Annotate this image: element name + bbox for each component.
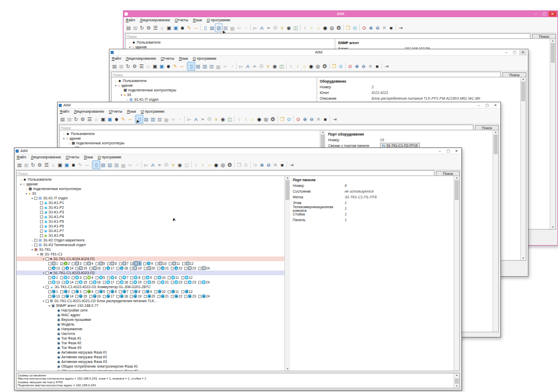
maximize-button[interactable]: ▢ (511, 50, 519, 55)
power-circle-icon[interactable]: ◉ (322, 24, 329, 32)
scroll-down-icon[interactable]: ▼ (521, 256, 526, 260)
eye-icon[interactable]: ⊙ (337, 62, 344, 70)
select-cursor-icon[interactable]: ▻ (252, 24, 258, 32)
port-checkbox[interactable] (103, 267, 106, 270)
port-checkbox[interactable] (72, 276, 75, 279)
tree-row[interactable]: ◉MAC адрес (17, 313, 284, 317)
port-checkbox[interactable] (48, 281, 51, 284)
network-nodes-icon[interactable]: ◫ (183, 161, 190, 169)
select-cursor-icon[interactable]: ▻ (186, 115, 193, 123)
port-checkbox[interactable]: ✓ (60, 262, 63, 265)
port-checkbox[interactable] (157, 281, 160, 284)
clipboard-icon[interactable]: ▧ (222, 24, 229, 32)
edit-pencil-icon[interactable]: ✎ (77, 161, 84, 169)
port-checkbox[interactable] (75, 281, 78, 284)
tree-row[interactable]: ▾❂Э1-ТК1-С1-Ю21-Ю21-О2 Блок распределени… (17, 299, 284, 303)
port-checkbox[interactable] (198, 295, 201, 298)
menu-item[interactable]: О программе (141, 109, 165, 114)
search-alert-icon[interactable]: ⊙ (347, 62, 353, 70)
port-cell[interactable]: 17 (103, 294, 114, 298)
user-icon[interactable]: ☻ (165, 62, 172, 70)
wrench-icon[interactable]: ⋎ (213, 115, 220, 123)
port-cell[interactable]: ✓8 (130, 262, 141, 265)
dark-square-icon[interactable]: ■ (322, 115, 329, 123)
lamp-icon[interactable]: ♀ (193, 161, 199, 169)
tree-row[interactable]: ◉Активная нагрузка Фаза #2 (17, 355, 284, 359)
zoom-in-icon[interactable]: ⊕ (353, 62, 360, 70)
tree-row[interactable]: ◉Ток Фаза #1 (17, 336, 284, 341)
scroll-up-icon[interactable]: ▲ (320, 130, 325, 134)
lamp2-icon[interactable]: ♀ (242, 115, 249, 123)
port-checkbox[interactable] (119, 262, 122, 265)
port-checkbox[interactable] (142, 290, 145, 293)
dark-square-icon[interactable]: ■ (374, 62, 380, 70)
tree-checkbox[interactable] (46, 272, 49, 275)
menu-item[interactable]: Отчеты (109, 109, 123, 114)
expander-icon[interactable]: ▾ (24, 192, 29, 195)
export-home-icon[interactable]: ⌂ (93, 115, 100, 123)
minimize-button[interactable]: – (532, 11, 540, 17)
tree-checkbox[interactable] (40, 215, 43, 219)
tree-row[interactable]: ›▦подключенные контроллеры (60, 141, 320, 145)
tree-row[interactable]: ◉Настройки сети (17, 308, 284, 313)
port-checkbox[interactable] (168, 276, 171, 279)
screen-blue-icon[interactable]: ▣ (172, 24, 179, 32)
lamp-icon[interactable]: ♀ (302, 24, 308, 32)
tree-row[interactable]: ◉Модель (17, 322, 284, 327)
tree-scrollbar[interactable]: ▲ ▼ (284, 176, 290, 371)
port-checkbox[interactable] (60, 276, 63, 279)
port-checkbox[interactable] (84, 276, 87, 279)
printer-icon[interactable]: ▤ (125, 24, 132, 32)
tree-row[interactable]: ▾■Э1-ТК1-С1-Ю23-Ю23-П2 (17, 271, 284, 275)
menu-item[interactable]: Отчеты (161, 56, 174, 61)
tree-checkbox[interactable] (40, 225, 43, 228)
printer-icon[interactable]: ▤ (59, 115, 66, 123)
wrench-icon[interactable]: ⋎ (170, 161, 176, 169)
tree-row[interactable]: ◉Э1-К1-Р2 (17, 205, 284, 210)
port-cell[interactable]: 5 (96, 276, 105, 279)
lamp2-icon[interactable]: ♀ (199, 161, 206, 169)
sun-icon[interactable]: ☼ (301, 62, 308, 70)
port-cell[interactable]: 21 (157, 266, 169, 270)
scroll-up-icon[interactable]: ▲ (454, 176, 459, 180)
minus-icon[interactable]: ─ (179, 62, 185, 70)
tree-row[interactable]: ›☻Пользователи (112, 78, 317, 83)
scroll-thumb[interactable] (494, 134, 498, 154)
port-cell[interactable]: 9 (142, 290, 152, 293)
minus-icon[interactable]: ─ (193, 24, 199, 32)
expander-icon[interactable]: ▾ (19, 182, 23, 186)
menu-item[interactable]: О программе (193, 56, 216, 61)
user-icon[interactable]: ☻ (70, 161, 77, 169)
chart-icon[interactable]: ▅ (215, 62, 222, 70)
port-cell[interactable]: 17 (103, 280, 114, 284)
port-checkbox[interactable] (89, 267, 92, 270)
clipboard-icon[interactable]: ▧ (156, 115, 163, 123)
port-cell[interactable]: 24 (198, 294, 210, 298)
port-cell[interactable]: 23 (184, 294, 196, 298)
report-table-icon[interactable]: ▤ (100, 161, 106, 169)
port-cell[interactable]: 18 (116, 266, 128, 270)
port-cell[interactable]: 4 (84, 262, 93, 265)
lamp-icon[interactable]: ♀ (236, 115, 242, 123)
server-list-icon[interactable]: ☰ (138, 62, 145, 70)
port-checkbox[interactable] (103, 281, 106, 284)
port-cell[interactable]: 3 (72, 276, 81, 279)
port-cell[interactable]: 14 (62, 266, 73, 270)
port-cell[interactable]: 6 (107, 290, 117, 293)
port-cell[interactable]: 20 (144, 266, 155, 270)
tree-row[interactable]: ›☻Пользователи (60, 131, 320, 136)
scroll-down-icon[interactable]: ▼ (454, 384, 459, 388)
scroll-thumb[interactable] (455, 379, 459, 384)
port-cell[interactable]: 6 (107, 262, 117, 265)
port-checkbox[interactable] (130, 295, 133, 298)
port-cell[interactable]: 12 (181, 290, 193, 293)
power-circle-icon[interactable]: ◉ (308, 62, 315, 70)
port-checkbox[interactable] (96, 290, 99, 293)
lamp-icon[interactable]: ♀ (288, 62, 294, 70)
maximize-button[interactable]: ▢ (444, 148, 452, 154)
exit-icon[interactable]: ⇥ (397, 24, 404, 32)
battery-icon[interactable]: ▯ (136, 115, 143, 123)
zoom-out-icon[interactable]: ⊖ (265, 161, 272, 169)
copy-report-icon[interactable]: ▥ (149, 115, 156, 123)
port-cell[interactable]: 5 (96, 262, 105, 265)
